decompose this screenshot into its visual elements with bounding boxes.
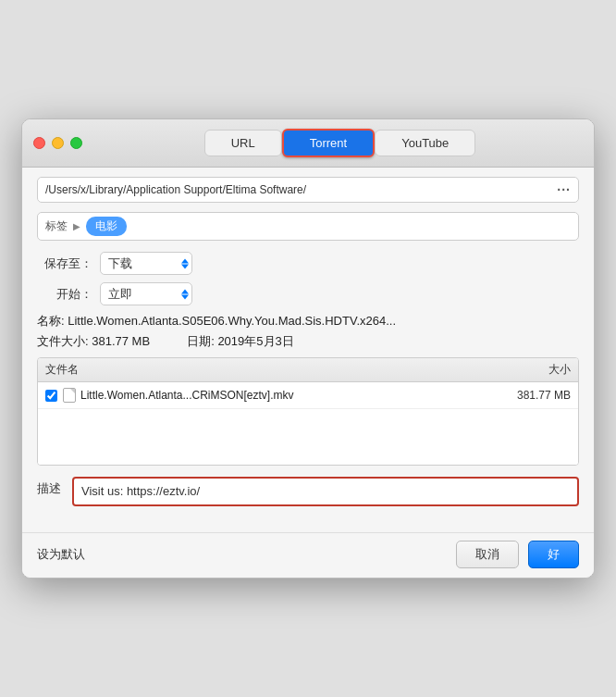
col-size-header: 大小 — [487, 362, 571, 378]
date-value: 2019年5月3日 — [217, 334, 293, 348]
tag-item-movie[interactable]: 电影 — [86, 217, 127, 236]
tags-arrow-icon: ▶ — [73, 221, 80, 231]
set-default-label: 设为默认 — [37, 546, 85, 563]
titlebar: URL Torrent YouTube — [22, 119, 594, 168]
size-info: 文件大小: 381.77 MB — [37, 333, 150, 350]
tags-label: 标签 — [45, 218, 68, 234]
tab-url[interactable]: URL — [204, 130, 282, 156]
save-to-select[interactable]: 下载 — [100, 252, 192, 275]
tab-torrent[interactable]: Torrent — [282, 129, 375, 157]
save-to-row: 保存至： 下载 — [37, 252, 579, 275]
content-area: /Users/x/Library/Application Support/Elt… — [22, 168, 594, 532]
start-row: 开始： 立即 — [37, 282, 579, 305]
start-select-wrapper: 立即 — [100, 282, 192, 305]
file-table: 文件名 大小 Little.Women.Atlanta...CRiMSON[ez… — [37, 357, 579, 466]
close-button[interactable] — [33, 137, 45, 149]
start-select[interactable]: 立即 — [100, 282, 192, 305]
description-section: 描述 Visit us: https://eztv.io/ — [37, 477, 579, 506]
tab-youtube[interactable]: YouTube — [375, 130, 475, 156]
tags-row: 标签 ▶ 电影 — [37, 212, 579, 241]
file-icon — [63, 388, 76, 403]
row-filename: Little.Women.Atlanta...CRiMSON[eztv].mkv — [80, 389, 487, 402]
date-info: 日期: 2019年5月3日 — [187, 333, 294, 350]
date-label: 日期: — [187, 334, 215, 348]
path-text: /Users/x/Library/Application Support/Elt… — [45, 183, 551, 196]
row-checkbox[interactable] — [45, 390, 57, 402]
save-to-select-wrapper: 下载 — [100, 252, 192, 275]
table-header: 文件名 大小 — [38, 358, 578, 382]
path-bar[interactable]: /Users/x/Library/Application Support/Elt… — [37, 177, 579, 203]
traffic-lights — [33, 137, 82, 149]
start-label: 开始： — [37, 286, 92, 303]
description-label: 描述 — [37, 477, 65, 497]
name-label: 名称: — [37, 314, 65, 328]
table-empty-space — [38, 409, 578, 465]
table-row: Little.Women.Atlanta...CRiMSON[eztv].mkv… — [38, 382, 578, 409]
save-to-label: 保存至： — [37, 255, 92, 272]
ok-button[interactable]: 好 — [528, 541, 579, 568]
footer: 设为默认 取消 好 — [22, 532, 594, 578]
name-value: Little.Women.Atlanta.S05E06.Why.You.Mad.… — [68, 314, 396, 328]
col-filename-header: 文件名 — [45, 362, 487, 378]
footer-buttons: 取消 好 — [456, 541, 579, 568]
cancel-button[interactable]: 取消 — [456, 541, 519, 568]
info-row-size-date: 文件大小: 381.77 MB 日期: 2019年5月3日 — [37, 333, 579, 350]
path-more-button[interactable]: ··· — [557, 182, 571, 197]
size-value: 381.77 MB — [92, 334, 150, 348]
info-section: 名称: Little.Women.Atlanta.S05E06.Why.You.… — [37, 313, 579, 350]
main-window: URL Torrent YouTube /Users/x/Library/App… — [21, 118, 595, 579]
minimize-button[interactable] — [52, 137, 64, 149]
row-size: 381.77 MB — [487, 389, 571, 402]
size-label: 文件大小: — [37, 334, 89, 348]
description-box[interactable]: Visit us: https://eztv.io/ — [72, 477, 579, 506]
tab-container: URL Torrent YouTube — [97, 129, 583, 157]
maximize-button[interactable] — [70, 137, 82, 149]
